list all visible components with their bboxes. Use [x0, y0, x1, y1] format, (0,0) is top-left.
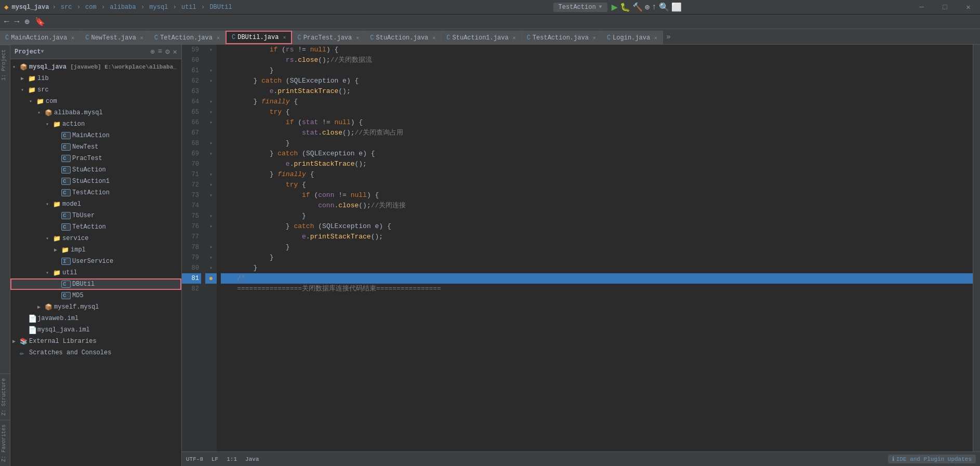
plugin-update-banner[interactable]: ℹ IDE and Plugin Updates	[888, 455, 976, 463]
fold-72: ▾	[209, 182, 213, 188]
search-everywhere[interactable]: 🔍	[659, 2, 669, 12]
tab-close[interactable]: ✕	[513, 35, 516, 41]
tab-StuAction[interactable]: C StuAction.java ✕	[365, 31, 441, 44]
vtab-project[interactable]: 1: Project	[0, 45, 10, 85]
tree-item-util[interactable]: ▾ 📁 util	[10, 267, 181, 278]
more-tabs[interactable]: »	[663, 33, 673, 41]
debug-button[interactable]: 🐛	[620, 2, 630, 12]
tree-item-TestAction[interactable]: ▶ C TestAction	[10, 187, 181, 198]
sidebar-collapse-btn[interactable]: ≡	[158, 47, 162, 56]
tree-item-myself-mysql[interactable]: ▶ 📦 myself.mysql	[10, 301, 181, 313]
tree-arrow: ▾	[29, 98, 36, 104]
line-num-69: 69	[182, 149, 201, 159]
file-icon: C	[61, 143, 71, 151]
nav-btn[interactable]: ⊕	[22, 16, 32, 28]
tree-label: PracTest	[72, 155, 102, 162]
run-config-dropdown[interactable]: ▼	[599, 4, 602, 10]
vtab-structure[interactable]: Z: Structure	[0, 374, 10, 420]
tree-item-DBUtil[interactable]: ▶ C DBUtil	[10, 278, 181, 290]
code-scroll[interactable]: 59 60 61 62 63 64 65 66 67 68 69 70 71 7…	[182, 45, 980, 451]
tab-close[interactable]: ✕	[217, 35, 220, 41]
tab-close[interactable]: ✕	[140, 35, 143, 41]
tab-DBUtil[interactable]: C DBUtil.java ✕	[226, 31, 292, 44]
tab-close[interactable]: ✕	[432, 35, 435, 41]
scrollbar[interactable]	[973, 45, 980, 451]
info-icon: ℹ	[892, 456, 894, 462]
tab-TestAction[interactable]: C TestAction.java ✕	[522, 31, 602, 44]
vtab-favorites[interactable]: Z: Favorites	[0, 420, 10, 466]
tab-label: NewTest.java	[91, 34, 136, 42]
bookmark-btn[interactable]: 🔖	[33, 16, 47, 28]
more-button[interactable]: ⊕	[645, 2, 650, 12]
tab-close[interactable]: ✕	[71, 35, 74, 41]
minimize-btn[interactable]: ─	[910, 0, 933, 15]
maximize-button[interactable]: ⬜	[671, 2, 682, 12]
build-button[interactable]: 🔨	[632, 2, 643, 12]
tree-label: StuAction1	[72, 178, 110, 185]
tree-item-scratches[interactable]: ▶ ✏ Scratches and Consoles	[10, 347, 181, 358]
tab-label: TestAction.java	[533, 34, 589, 42]
tab-close[interactable]: ✕	[593, 35, 596, 41]
tree-label: TestAction	[72, 189, 110, 196]
tab-close[interactable]: ✕	[356, 35, 359, 41]
tree-item-com[interactable]: ▾ 📁 com	[10, 96, 181, 107]
tab-Login[interactable]: C Login.java ✕	[602, 31, 663, 44]
tree-item-external-libraries[interactable]: ▶ 📚 External Libraries	[10, 336, 181, 347]
tab-icon: C	[370, 34, 374, 42]
tree-item-src[interactable]: ▾ 📁 src	[10, 84, 181, 96]
line-num-75: 75	[182, 211, 201, 221]
code-line-80: }	[221, 263, 973, 273]
code-editor: 59 60 61 62 63 64 65 66 67 68 69 70 71 7…	[182, 45, 980, 466]
tree-item-mysql-java-iml[interactable]: ▶ 📄 mysql_java.iml	[10, 324, 181, 336]
line-num-61: 61	[182, 65, 201, 76]
tree-item-alibaba-mysql[interactable]: ▾ 📦 alibaba.mysql	[10, 107, 181, 118]
tree-item-MD5[interactable]: ▶ C MD5	[10, 290, 181, 301]
tree-item-service[interactable]: ▾ 📁 service	[10, 233, 181, 244]
sidebar-content: ▾ 📦 mysql_java [javaweb] E:\workplace\al…	[10, 59, 181, 466]
tree-item-StuAction[interactable]: ▶ C StuAction	[10, 164, 181, 176]
tree-item-NewTest[interactable]: ▶ C NewTest	[10, 141, 181, 153]
tree-item-model[interactable]: ▾ 📁 model	[10, 198, 181, 210]
tab-close[interactable]: ✕	[654, 35, 657, 41]
tab-NewTest[interactable]: C NewTest.java ✕	[80, 31, 149, 44]
line-num-80: 80	[182, 263, 201, 273]
back-btn[interactable]: ←	[2, 16, 11, 28]
tree-item-StuAction1[interactable]: ▶ C StuAction1	[10, 176, 181, 187]
tab-TetAction[interactable]: C TetAction.java ✕	[149, 31, 226, 44]
tab-PracTest[interactable]: C PracTest.java ✕	[292, 31, 365, 44]
folder-icon: 📁	[53, 121, 62, 128]
sidebar-add-btn[interactable]: ⊕	[150, 47, 154, 56]
tree-item-MainAction[interactable]: ▶ C MainAction	[10, 130, 181, 141]
tree-item-TbUser[interactable]: ▶ C TbUser	[10, 210, 181, 221]
tab-close[interactable]: ✕	[283, 34, 286, 41]
tree-item-mysql_java[interactable]: ▾ 📦 mysql_java [javaweb] E:\workplace\al…	[10, 61, 181, 73]
sidebar-settings-btn[interactable]: ⚙	[165, 47, 169, 56]
fold-80: ▾	[209, 265, 213, 271]
code-line-74: conn.close();//关闭连接	[221, 201, 973, 211]
tab-MainAction[interactable]: C MainAction.java ✕	[0, 31, 80, 44]
tree-item-PracTest[interactable]: ▶ C PracTest	[10, 153, 181, 164]
close-btn[interactable]: ✕	[957, 0, 980, 15]
tree-item-action[interactable]: ▾ 📁 action	[10, 118, 181, 130]
line-num-70: 70	[182, 159, 201, 169]
tree-item-impl[interactable]: ▶ 📁 impl	[10, 244, 181, 256]
fwd-btn[interactable]: →	[12, 16, 22, 28]
update-button[interactable]: ↑	[652, 3, 657, 12]
tree-item-TetAction[interactable]: ▶ C TetAction	[10, 221, 181, 233]
status-info: UTF-8 LF 1:1 Java	[186, 456, 259, 462]
fold-76: ▾	[209, 223, 213, 230]
tree-item-UserService[interactable]: ▶ I UserService	[10, 256, 181, 267]
bookmark-81: ●	[209, 274, 213, 283]
tab-label: Login.java	[613, 34, 650, 42]
maximize-btn[interactable]: □	[933, 0, 957, 15]
run-button[interactable]: ▶	[612, 1, 618, 14]
sidebar-dropdown[interactable]: ▼	[41, 49, 44, 55]
line-num-66: 66	[182, 117, 201, 128]
tree-item-lib[interactable]: ▶ 📁 lib	[10, 73, 181, 84]
sidebar-close-btn[interactable]: ✕	[173, 47, 177, 56]
code-content[interactable]: if (rs != null) { rs.close();//关闭数据流 } }…	[217, 45, 973, 451]
tab-label: DBUtil.java	[237, 34, 279, 41]
line-num-76: 76	[182, 221, 201, 232]
tree-item-javaweb-iml[interactable]: ▶ 📄 javaweb.iml	[10, 313, 181, 324]
tab-StuAction1[interactable]: C StuAction1.java ✕	[441, 31, 521, 44]
